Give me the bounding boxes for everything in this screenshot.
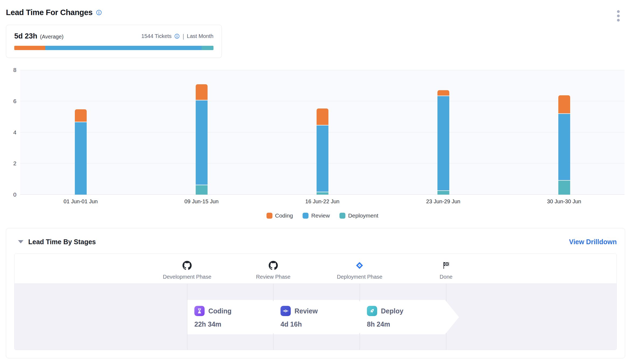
legend-label: Review — [311, 212, 330, 219]
stage-duration: 8h 24m — [367, 320, 459, 328]
legend-item-deployment[interactable]: Deployment — [339, 212, 378, 219]
bar-segment-coding[interactable] — [437, 90, 449, 96]
stage-label: Coding — [208, 307, 232, 315]
stacked-bar[interactable] — [558, 95, 570, 195]
y-tick-label: 8 — [13, 67, 16, 73]
y-axis: 02468 — [6, 70, 20, 195]
phase-label: Development Phase — [163, 274, 211, 280]
stages-table: Development Phase Review Phase — [14, 254, 617, 350]
lead-time-by-stages-panel: Lead Time By Stages View Drilldown Devel… — [6, 228, 625, 358]
bar-segment-review[interactable] — [196, 100, 208, 185]
stage-duration: 4d 16h — [281, 320, 373, 328]
legend-label: Coding — [275, 212, 293, 219]
phase-development: Development Phase — [163, 254, 211, 280]
stage-label: Review — [295, 307, 318, 315]
lead-time-chart: 02468 01 Jun-01 Jun09 Jun-15 Jun16 Jun-2… — [6, 70, 625, 219]
bar-segment-coding[interactable] — [317, 108, 328, 125]
bar-segment-coding[interactable] — [558, 95, 570, 113]
y-tick-label: 2 — [13, 160, 16, 167]
title-wrap: Lead Time For Changes — [6, 8, 102, 17]
legend-label: Deployment — [348, 212, 378, 219]
average-value: 5d 23h — [14, 32, 37, 40]
collapse-arrow-icon[interactable] — [18, 240, 23, 243]
y-tick-label: 6 — [13, 98, 16, 104]
kebab-menu-icon[interactable] — [616, 9, 621, 23]
phase-done: Done — [440, 254, 453, 280]
hourglass-icon — [194, 306, 205, 316]
x-axis-label: 16 Jun-22 Jun — [305, 198, 339, 205]
x-axis-label: 09 Jun-15 Jun — [184, 198, 219, 205]
summary-average: 5d 23h (Average) — [14, 32, 64, 40]
stacked-bar[interactable] — [437, 90, 449, 195]
jira-diamond-icon — [337, 260, 383, 271]
stage-card-review[interactable]: Review 4d 16h — [274, 300, 373, 334]
bar-segment-deployment[interactable] — [196, 185, 208, 195]
x-axis-label: 01 Jun-01 Jun — [64, 198, 98, 205]
bar-segment-deployment[interactable] — [558, 181, 570, 195]
bar-segment-review[interactable] — [558, 114, 570, 180]
column-divider — [187, 284, 187, 350]
github-icon — [163, 260, 211, 271]
phase-review: Review Phase — [256, 254, 290, 280]
phase-deployment: Deployment Phase — [337, 254, 383, 280]
github-icon — [256, 260, 290, 271]
review-swatch — [303, 213, 309, 219]
y-tick-label: 0 — [13, 191, 16, 198]
phase-label: Done — [440, 274, 453, 280]
phase-label: Review Phase — [256, 274, 290, 280]
bar-segment-coding[interactable] — [75, 109, 87, 122]
gridline — [20, 101, 625, 101]
lead-time-widget: Lead Time For Changes 5d 23h (Average) 1… — [0, 0, 631, 358]
info-icon[interactable] — [96, 9, 102, 16]
view-drilldown-link[interactable]: View Drilldown — [569, 238, 617, 246]
summary-card: 5d 23h (Average) 1544 Tickets | Last Mon… — [6, 25, 222, 58]
bar-segment-review[interactable] — [437, 96, 449, 190]
bar-segment-review[interactable] — [317, 125, 328, 192]
bar-segment-review[interactable] — [75, 122, 87, 195]
stage-card-deploy[interactable]: Deploy 8h 24m — [360, 300, 459, 334]
distribution-seg-review — [45, 46, 202, 50]
legend-item-review[interactable]: Review — [303, 212, 330, 219]
info-icon[interactable] — [174, 33, 180, 39]
y-tick-label: 4 — [13, 129, 16, 136]
stages-table-header: Development Phase Review Phase — [15, 254, 616, 284]
x-axis-labels: 01 Jun-01 Jun09 Jun-15 Jun16 Jun-22 Jun2… — [20, 195, 625, 206]
chart-legend: Coding Review Deployment — [20, 212, 625, 219]
period-label: Last Month — [187, 33, 213, 39]
coding-swatch — [267, 213, 272, 219]
stage-label: Deploy — [381, 307, 403, 315]
commit-icon — [281, 306, 291, 316]
stacked-bar[interactable] — [196, 84, 208, 195]
stacked-bar[interactable] — [75, 109, 87, 195]
average-qualifier: (Average) — [40, 34, 64, 40]
distribution-bar — [14, 46, 213, 50]
bar-segment-coding[interactable] — [196, 84, 208, 100]
bar-segment-deployment[interactable] — [317, 192, 328, 195]
stage-duration: 22h 34m — [194, 320, 286, 328]
widget-header: Lead Time For Changes — [6, 8, 625, 19]
stacked-bar[interactable] — [317, 108, 328, 195]
distribution-seg-coding — [14, 46, 45, 50]
distribution-seg-deployment — [202, 46, 213, 50]
bar-segment-deployment[interactable] — [437, 191, 449, 195]
stage-card-coding[interactable]: Coding 22h 34m — [187, 300, 286, 334]
page-title: Lead Time For Changes — [6, 8, 93, 17]
summary-meta: 1544 Tickets | Last Month — [141, 33, 213, 40]
stages-table-body: Coding 22h 34m Review 4d 16h — [15, 284, 616, 350]
gridline — [20, 70, 625, 70]
bar-chart-plot — [20, 70, 625, 195]
checkered-flag-icon — [440, 260, 453, 271]
deployment-swatch — [339, 213, 345, 219]
separator: | — [183, 33, 184, 40]
phase-label: Deployment Phase — [337, 274, 383, 280]
stages-title: Lead Time By Stages — [28, 238, 96, 246]
rocket-icon — [367, 306, 377, 316]
x-axis-label: 23 Jun-29 Jun — [426, 198, 460, 205]
tickets-count: 1544 Tickets — [141, 33, 171, 39]
legend-item-coding[interactable]: Coding — [267, 212, 293, 219]
x-axis-label: 30 Jun-30 Jun — [547, 198, 581, 205]
